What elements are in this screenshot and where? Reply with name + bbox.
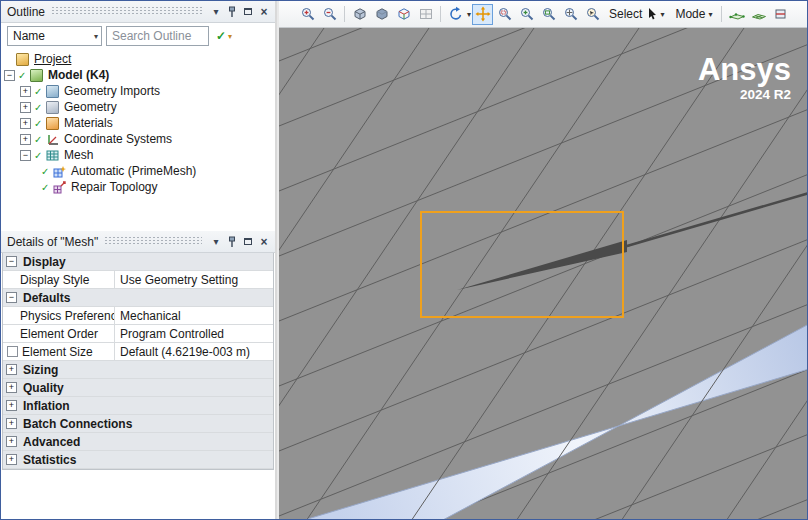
box-zoom-button[interactable] [494,4,515,25]
expand-expander[interactable] [6,454,17,465]
expand-expander[interactable] [6,400,17,411]
close-icon[interactable]: × [256,4,272,20]
titlebar-grip[interactable] [104,237,202,246]
property-value[interactable]: Program Controlled [114,325,273,342]
details-row-display-style: Display Style Use Geometry Setting [3,271,273,289]
name-filter-dropdown[interactable]: Name ▾ [7,26,102,46]
chevron-down-icon[interactable]: ▾ [208,4,224,20]
chevron-down-icon[interactable]: ▾ [467,10,471,19]
tree-item-label: Mesh [62,148,93,162]
status-check-icon [34,134,43,145]
viewport-background [279,28,807,519]
filter-check-button[interactable]: ✓ ▾ [213,26,235,46]
tree-item-label: Repair Topology [69,180,158,194]
tree-item-materials[interactable]: Materials [1,115,275,131]
tree-item-geometry-imports[interactable]: Geometry Imports [1,83,275,99]
expand-expander[interactable] [20,102,31,113]
section-label: Sizing [20,363,58,377]
expand-expander[interactable] [6,436,17,447]
status-check-icon [18,70,27,81]
pan-button[interactable] [472,4,493,25]
property-value[interactable]: Default (4.6219e-003 m) [114,343,273,360]
zoom-button[interactable] [516,4,537,25]
outline-titlebar[interactable]: Outline ▾ × [1,1,275,23]
show-mesh-button[interactable] [748,4,769,25]
logo-version: 2024 R2 [740,87,791,102]
select-mode-dropdown[interactable]: Select ▾ [604,4,669,25]
collapse-expander[interactable] [20,150,31,161]
details-section-inflation[interactable]: Inflation [3,397,273,415]
details-table: Display Display Style Use Geometry Setti… [2,253,274,470]
geometry-icon [46,101,59,114]
chevron-down-icon[interactable]: ▾ [208,234,224,250]
property-label: Physics Preference [3,307,114,324]
titlebar-grip[interactable] [51,7,202,16]
collapse-expander[interactable] [6,292,17,303]
section-plane-button[interactable] [770,4,791,25]
wireframe-button[interactable] [393,4,414,25]
zoom-in-button[interactable] [297,4,318,25]
toolbar-separator [440,6,441,22]
search-input[interactable] [106,26,209,46]
mode-dropdown[interactable]: Mode ▾ [670,4,717,25]
collapse-expander[interactable] [6,256,17,267]
tree-item-model[interactable]: Model (K4) [1,67,275,83]
rotate-button[interactable] [445,4,466,25]
automatic-mesh-icon [53,165,66,178]
details-section-defaults[interactable]: Defaults [3,289,273,307]
property-value[interactable]: Use Geometry Setting [114,271,273,288]
zoom-fit-button[interactable] [538,4,559,25]
collapse-expander[interactable] [4,70,15,81]
close-icon[interactable]: × [256,234,272,250]
tree-item-mesh[interactable]: Mesh [1,147,275,163]
details-row-element-size: Element Size Default (4.6219e-003 m) [3,343,273,361]
element-size-checkbox[interactable] [7,346,18,357]
magnifier-window-button[interactable] [582,4,603,25]
status-check-icon [34,118,43,129]
show-vertices-button[interactable] [726,4,747,25]
tree-item-label: Geometry [62,100,117,114]
details-section-quality[interactable]: Quality [3,379,273,397]
details-section-batch-connections[interactable]: Batch Connections [3,415,273,433]
status-check-icon [41,166,50,177]
property-label: Element Size [3,343,114,360]
tree-item-automatic-primemesh[interactable]: Automatic (PrimeMesh) [1,163,275,179]
property-value[interactable]: Mechanical [114,307,273,324]
expand-expander[interactable] [6,418,17,429]
select-label: Select [609,7,642,21]
shaded-exterior-button[interactable] [371,4,392,25]
materials-icon [46,117,59,130]
details-section-statistics[interactable]: Statistics [3,451,273,469]
expand-expander[interactable] [20,118,31,129]
section-label: Batch Connections [20,417,132,431]
zoom-out-button[interactable] [319,4,340,25]
expand-expander[interactable] [6,382,17,393]
toolbar-separator [344,6,345,22]
tree-item-label: Automatic (PrimeMesh) [69,164,196,178]
float-icon[interactable] [240,4,256,20]
zoom-to-selection-button[interactable] [560,4,581,25]
float-icon[interactable] [240,234,256,250]
status-check-icon [34,150,43,161]
expand-expander[interactable] [20,134,31,145]
details-row-physics-preference: Physics Preference Mechanical [3,307,273,325]
pin-icon[interactable] [224,4,240,20]
name-filter-label: Name [13,29,45,43]
3d-viewport[interactable]: Ansys 2024 R2 [279,28,807,519]
tree-item-label: Materials [62,116,113,130]
pin-icon[interactable] [224,234,240,250]
tree-item-geometry[interactable]: Geometry [1,99,275,115]
details-section-sizing[interactable]: Sizing [3,361,273,379]
details-section-display[interactable]: Display [3,253,273,271]
details-section-advanced[interactable]: Advanced [3,433,273,451]
viewports-button[interactable] [415,4,436,25]
details-titlebar[interactable]: Details of "Mesh" ▾ × [1,231,275,253]
tree-item-repair-topology[interactable]: Repair Topology [1,179,275,195]
outline-panel: Outline ▾ × Name ▾ ✓ ▾ Project [1,1,277,231]
tree-item-coordinate-systems[interactable]: Coordinate Systems [1,131,275,147]
shaded-exterior-edges-button[interactable] [349,4,370,25]
expand-expander[interactable] [6,364,17,375]
tree-item-project[interactable]: Project [1,51,275,67]
project-icon [16,53,29,66]
expand-expander[interactable] [20,86,31,97]
